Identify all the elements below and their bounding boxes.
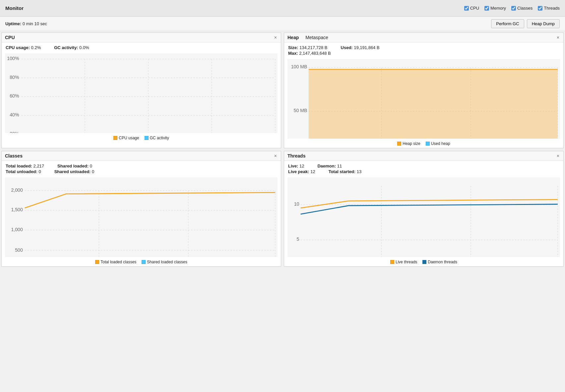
heap-panel-tabs: Heap Metaspace [287,35,332,40]
heap-chart-area: 100 MB 50 MB 0 MB 17:00 [287,59,560,139]
heap-panel-close[interactable]: × [556,35,560,40]
live-threads-legend: Live threads [390,260,417,264]
threads-panel-close[interactable]: × [556,153,560,159]
gc-activity-legend: GC activity [145,136,169,140]
threads-chart: 10 5 0 17:00:40 17:00:42 17:00:44 [287,177,560,257]
shared-loaded-legend: Shared loaded classes [142,260,187,264]
svg-text:500: 500 [15,247,23,253]
svg-text:40%: 40% [10,112,19,117]
uptime-text: Uptime: 0 min 10 sec [5,21,47,26]
daemon-threads-legend-color [422,260,426,264]
total-loaded-legend: Total loaded classes [95,260,136,264]
threads-checkbox[interactable] [538,6,542,11]
shared-unloaded-stat: Shared unloaded: 0 [54,169,94,174]
total-started-stat: Total started: 13 [329,169,361,174]
cpu-checkbox[interactable] [464,6,469,11]
heap-tab[interactable]: Heap [287,35,302,40]
heap-max-stat: Max: 2,147,483,648 B [288,51,331,56]
gc-activity-value: 0.0% [79,45,89,50]
classes-chart-area: 2,000 1,500 1,000 500 0 [5,177,278,257]
app-header: Monitor CPU Memory Classes Threads [0,0,565,17]
gc-activity-stat: GC activity: 0.0% [54,45,89,50]
memory-checkbox-item[interactable]: Memory [484,6,506,11]
cpu-usage-stat: CPU usage: 0.2% [6,45,41,50]
daemon-threads-legend-label: Daemon threads [428,260,457,264]
classes-chart: 2,000 1,500 1,000 500 0 [5,177,278,257]
app-title: Monitor [5,5,24,11]
svg-text:80%: 80% [10,75,19,80]
gc-activity-legend-label: GC activity [150,136,169,140]
live-threads-legend-color [390,260,394,264]
cpu-panel: CPU × CPU usage: 0.2% GC activity: 0.0% … [1,33,281,148]
shared-loaded-legend-color [142,260,146,264]
cpu-panel-title: CPU [5,35,15,40]
cpu-checkbox-label: CPU [470,6,479,11]
header-checkboxes: CPU Memory Classes Threads [464,6,560,11]
heap-used-stat: Used: 19,191,864 B [341,45,380,50]
classes-checkbox[interactable] [511,6,516,11]
threads-panel-title: Threads [287,153,305,159]
svg-text:5: 5 [297,236,299,242]
total-loaded-legend-color [95,260,99,264]
threads-checkbox-label: Threads [544,6,560,11]
total-loaded-legend-label: Total loaded classes [100,260,136,264]
classes-chart-legend: Total loaded classes Shared loaded class… [2,258,281,266]
heap-panel-header: Heap Metaspace × [284,33,563,42]
heap-size-legend-color [397,142,401,146]
classes-checkbox-label: Classes [517,6,533,11]
svg-text:100 MB: 100 MB [291,64,307,69]
gc-activity-label: GC activity: [54,45,78,50]
threads-chart-legend: Live threads Daemon threads [284,258,563,266]
live-threads-stat: Live: 12 [288,163,304,168]
svg-text:50 MB: 50 MB [294,108,307,113]
uptime-label: Uptime: [5,21,21,26]
heap-chart: 100 MB 50 MB 0 MB 17:00 [287,59,560,139]
toolbar-buttons: Perform GC Heap Dump [491,19,560,28]
svg-text:60%: 60% [10,93,19,98]
used-heap-legend-label: Used heap [431,141,450,146]
cpu-usage-legend-label: CPU usage [119,136,139,140]
svg-marker-29 [309,69,558,139]
cpu-chart-area: 100% 80% 60% 40% 20% 0% [5,53,278,133]
threads-chart-area: 10 5 0 17:00:40 17:00:42 17:00:44 [287,177,560,257]
cpu-usage-value: 0.2% [31,45,41,50]
cpu-usage-label: CPU usage: [6,45,30,50]
classes-panel: Classes × Total loaded: 2,217 Shared loa… [1,151,281,267]
heap-size-legend: Heap size [397,141,420,146]
svg-text:100%: 100% [7,56,19,61]
svg-text:1,000: 1,000 [11,227,23,232]
perform-gc-button[interactable]: Perform GC [491,19,524,28]
classes-checkbox-item[interactable]: Classes [511,6,533,11]
classes-panel-header: Classes × [2,151,281,161]
daemon-threads-legend: Daemon threads [422,260,457,264]
cpu-usage-legend: CPU usage [113,136,139,140]
total-loaded-stat: Total loaded: 2,217 [6,163,44,168]
live-peak-stat: Live peak: 12 [288,169,315,174]
svg-text:2,000: 2,000 [11,187,23,193]
threads-panel-header: Threads × [284,151,563,161]
cpu-chart-legend: CPU usage GC activity [2,134,281,142]
heap-chart-legend: Heap size Used heap [284,140,563,148]
cpu-chart: 100% 80% 60% 40% 20% 0% [5,53,278,133]
svg-text:10: 10 [294,201,299,207]
memory-checkbox-label: Memory [490,6,506,11]
total-unloaded-stat: Total unloaded: 0 [6,169,41,174]
classes-panel-close[interactable]: × [274,153,278,159]
memory-checkbox[interactable] [484,6,489,11]
threads-panel-stats: Live: 12 Daemon: 11 Live peak: 12 Total … [284,161,563,177]
metaspace-tab[interactable]: Metaspace [302,35,331,40]
gc-activity-legend-color [145,136,149,140]
cpu-usage-legend-color [113,136,117,140]
used-heap-legend-color [426,142,430,146]
threads-panel: Threads × Live: 12 Daemon: 11 Live peak:… [284,151,564,267]
threads-checkbox-item[interactable]: Threads [538,6,560,11]
heap-dump-button[interactable]: Heap Dump [527,19,560,28]
cpu-panel-stats: CPU usage: 0.2% GC activity: 0.0% [2,42,281,53]
heap-size-legend-label: Heap size [403,141,420,146]
cpu-panel-close[interactable]: × [274,35,278,40]
heap-panel-stats: Size: 134,217,728 B Used: 19,191,864 B M… [284,42,563,59]
classes-panel-title: Classes [5,153,23,159]
used-heap-legend: Used heap [426,141,450,146]
svg-text:20%: 20% [10,131,19,133]
cpu-checkbox-item[interactable]: CPU [464,6,479,11]
